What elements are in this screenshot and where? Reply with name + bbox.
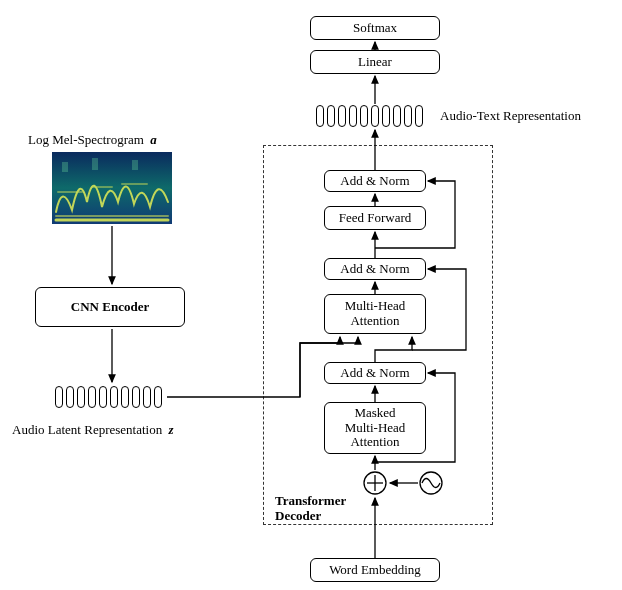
diagram-canvas: Log Mel-Spectrogram a bbox=[0, 0, 622, 590]
addnorm2-label: Add & Norm bbox=[340, 262, 409, 277]
addnorm3-block: Add & Norm bbox=[324, 170, 426, 192]
transformer-decoder-label-1: Transformer bbox=[275, 493, 346, 509]
word-embedding-label: Word Embedding bbox=[329, 563, 421, 578]
audio-text-tokens bbox=[316, 105, 423, 127]
transformer-decoder-label-2: Decoder bbox=[275, 508, 321, 524]
masked-mha-l1: Masked bbox=[345, 406, 406, 421]
feedforward-block: Feed Forward bbox=[324, 206, 426, 230]
cnn-encoder-label: CNN Encoder bbox=[71, 300, 149, 315]
latent-symbol: z bbox=[168, 422, 173, 437]
mha-l1: Multi-Head bbox=[345, 299, 406, 314]
feedforward-label: Feed Forward bbox=[339, 211, 412, 226]
latent-label: Audio Latent Representation z bbox=[12, 422, 174, 438]
input-symbol: a bbox=[150, 132, 157, 147]
positional-encoding-icon bbox=[418, 470, 444, 496]
latent-tokens bbox=[55, 386, 162, 408]
svg-rect-1 bbox=[62, 162, 68, 172]
mha-l2: Attention bbox=[345, 314, 406, 329]
linear-block: Linear bbox=[310, 50, 440, 74]
svg-rect-2 bbox=[92, 158, 98, 170]
transformer-decoder-container bbox=[263, 145, 493, 525]
svg-rect-3 bbox=[132, 160, 138, 170]
softmax-label: Softmax bbox=[353, 21, 397, 36]
softmax-block: Softmax bbox=[310, 16, 440, 40]
addnorm2-block: Add & Norm bbox=[324, 258, 426, 280]
latent-label-text: Audio Latent Representation bbox=[12, 422, 162, 437]
cnn-encoder-block: CNN Encoder bbox=[35, 287, 185, 327]
input-title-label: Log Mel-Spectrogram a bbox=[28, 132, 157, 148]
addnorm3-label: Add & Norm bbox=[340, 174, 409, 189]
spectrogram-image bbox=[52, 152, 172, 224]
add-op-icon bbox=[362, 470, 388, 496]
addnorm1-label: Add & Norm bbox=[340, 366, 409, 381]
audio-text-repr-label: Audio-Text Representation bbox=[440, 108, 581, 124]
addnorm1-block: Add & Norm bbox=[324, 362, 426, 384]
mha-block: Multi-Head Attention bbox=[324, 294, 426, 334]
input-title-text: Log Mel-Spectrogram bbox=[28, 132, 144, 147]
masked-mha-l2: Multi-Head bbox=[345, 421, 406, 436]
masked-mha-block: Masked Multi-Head Attention bbox=[324, 402, 426, 454]
masked-mha-l3: Attention bbox=[345, 435, 406, 450]
word-embedding-block: Word Embedding bbox=[310, 558, 440, 582]
linear-label: Linear bbox=[358, 55, 392, 70]
